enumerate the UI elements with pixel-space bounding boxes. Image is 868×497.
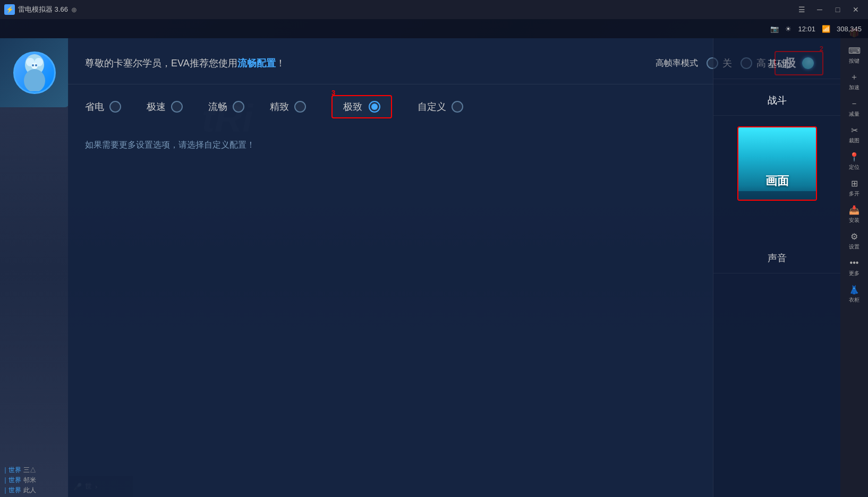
- chat-world-label-1: ｜世界: [2, 466, 21, 475]
- window-controls: ☰ ─ □ ✕: [794, 3, 864, 16]
- right-panel: 基础 战斗 1 画面 声音: [713, 38, 840, 497]
- right-panel-basic[interactable]: 基础: [713, 49, 840, 79]
- character-avatar-image: [19, 54, 50, 91]
- app-title: 雷电模拟器 3.66: [18, 5, 68, 14]
- wifi-icon: 📶: [822, 25, 830, 33]
- sidebar-item-multiopen[interactable]: ⊞ 多开: [843, 174, 866, 201]
- sidebar-item-location[interactable]: 📍 定位: [843, 148, 866, 174]
- right-panel-basic-label: 基础: [768, 58, 787, 69]
- settings-icon: ⚙: [848, 230, 860, 242]
- right-panel-battle-label: 战斗: [768, 95, 787, 106]
- reduce-icon: －: [848, 98, 860, 109]
- mode-label-ultimate: 极致: [343, 100, 362, 113]
- chat-world-label-2: ｜世界: [2, 476, 21, 485]
- right-panel-display-container: 1 画面: [737, 126, 817, 201]
- svg-point-5: [32, 64, 34, 66]
- svg-point-1: [24, 69, 45, 91]
- crop-icon: ✂: [848, 124, 860, 136]
- mode-label-refined: 精致: [270, 100, 289, 113]
- main-dialog: 尊敬的卡塞尔学员，EVA推荐您使用流畅配置！ 高帧率模式 关 高 2 极 省电 …: [68, 38, 840, 497]
- minimize-button[interactable]: ─: [812, 3, 828, 16]
- sidebar-item-wardrobe[interactable]: 👗 衣柜: [843, 280, 866, 307]
- mode-option-ultimate[interactable]: 3 极致: [331, 95, 392, 118]
- keyboard-icon: ⌨: [848, 45, 860, 56]
- mode-option-refined[interactable]: 精致: [270, 100, 306, 113]
- right-panel-battle[interactable]: 战斗: [713, 85, 840, 116]
- status-bar: 📷 ☀ 12:01 📶 308,345: [0, 19, 868, 38]
- chat-channel-1: 三△: [23, 466, 36, 475]
- mode-option-custom[interactable]: 自定义: [418, 100, 463, 113]
- recommendation-message: 尊敬的卡塞尔学员，EVA推荐您使用流畅配置！: [85, 57, 634, 70]
- mode-option-smooth[interactable]: 流畅: [208, 100, 244, 113]
- mode-radio-extreme-speed[interactable]: [171, 101, 183, 113]
- sidebar-item-crop[interactable]: ✂ 裁图: [843, 121, 866, 148]
- time-display: 12:01: [798, 25, 815, 33]
- character-area: [0, 38, 69, 107]
- app-icon: ⚡: [4, 4, 15, 15]
- message-suffix: ！: [276, 58, 285, 68]
- right-sidebar: 🎁 ⌨ 按键 ＋ 加速 － 减量 ✂ 裁图 📍 定位 ⊞ 多开 📥 安装 ⚙ 设…: [840, 19, 868, 497]
- annotation-number-3: 3: [331, 89, 335, 97]
- mode-radio-custom[interactable]: [452, 101, 463, 113]
- huamian-label: 画面: [765, 173, 789, 189]
- message-prefix: 尊敬的卡塞尔学员，EVA推荐您使用: [85, 58, 237, 68]
- more-icon: •••: [848, 257, 860, 269]
- settings-label: 设置: [849, 243, 860, 251]
- sidebar-item-settings[interactable]: ⚙ 设置: [843, 227, 866, 254]
- right-panel-sound-label: 声音: [768, 253, 787, 263]
- svg-point-6: [35, 64, 37, 66]
- sidebar-item-keyboard[interactable]: ⌨ 按键: [843, 41, 866, 68]
- avatar: [13, 52, 56, 94]
- message-highlight: 流畅配置: [237, 58, 276, 68]
- title-bar: ⚡ 雷电模拟器 3.66 ⊕ ☰ ─ □ ✕: [0, 0, 868, 19]
- mode-option-save-power[interactable]: 省电: [85, 100, 121, 113]
- multiopen-label: 多开: [849, 190, 860, 198]
- brightness-icon: ☀: [785, 25, 792, 33]
- mode-radio-dot-ultimate: [371, 104, 378, 110]
- multiopen-icon: ⊞: [848, 177, 860, 189]
- menu-button[interactable]: ☰: [794, 3, 810, 16]
- sidebar-item-more[interactable]: ••• 更多: [843, 254, 866, 280]
- sidebar-item-reduce[interactable]: － 减量: [843, 95, 866, 121]
- sidebar-item-boost[interactable]: ＋ 加速: [843, 68, 866, 95]
- mode-label-extreme-speed: 极速: [147, 100, 166, 113]
- wardrobe-icon: 👗: [848, 284, 860, 295]
- install-label: 安装: [849, 217, 860, 224]
- mode-label-save-power: 省电: [85, 100, 104, 113]
- crop-label: 裁图: [849, 137, 860, 144]
- right-panel-sound[interactable]: 声音: [713, 243, 840, 273]
- right-panel-display[interactable]: 1 画面: [737, 126, 817, 201]
- close-button[interactable]: ✕: [848, 3, 864, 16]
- wardrobe-label: 衣柜: [849, 296, 860, 304]
- mode-radio-ultimate[interactable]: [369, 101, 380, 113]
- mode-radio-refined[interactable]: [294, 101, 306, 113]
- sidebar-item-install[interactable]: 📥 安装: [843, 201, 866, 227]
- maximize-button[interactable]: □: [830, 3, 846, 16]
- location-label: 定位: [849, 164, 860, 171]
- chat-world-label-3: ｜世界: [2, 486, 21, 495]
- mode-label-smooth: 流畅: [208, 100, 227, 113]
- mode-option-extreme-speed[interactable]: 极速: [147, 100, 183, 113]
- location-icon: 📍: [848, 151, 860, 162]
- reduce-label: 减量: [849, 110, 860, 118]
- link-icon: ⊕: [71, 6, 77, 14]
- install-icon: 📥: [848, 204, 860, 216]
- boost-label: 加速: [849, 84, 860, 91]
- screenshot-icon[interactable]: 📷: [770, 25, 779, 33]
- mode-radio-smooth[interactable]: [233, 101, 244, 113]
- chat-channel-2: 邿米: [23, 476, 36, 485]
- chat-channel-3: 此人: [23, 486, 36, 495]
- boost-icon: ＋: [848, 71, 860, 83]
- mode-label-custom: 自定义: [418, 100, 446, 113]
- counter-display: 308,345: [837, 25, 862, 33]
- huamian-bottom-bar: [738, 191, 816, 200]
- mode-radio-save-power[interactable]: [109, 101, 121, 113]
- keyboard-label: 按键: [849, 57, 860, 65]
- high-frame-label: 高帧率模式: [656, 58, 698, 69]
- more-label: 更多: [849, 270, 860, 277]
- status-bar-right: 📷 ☀ 12:01 📶 308,345: [770, 25, 862, 33]
